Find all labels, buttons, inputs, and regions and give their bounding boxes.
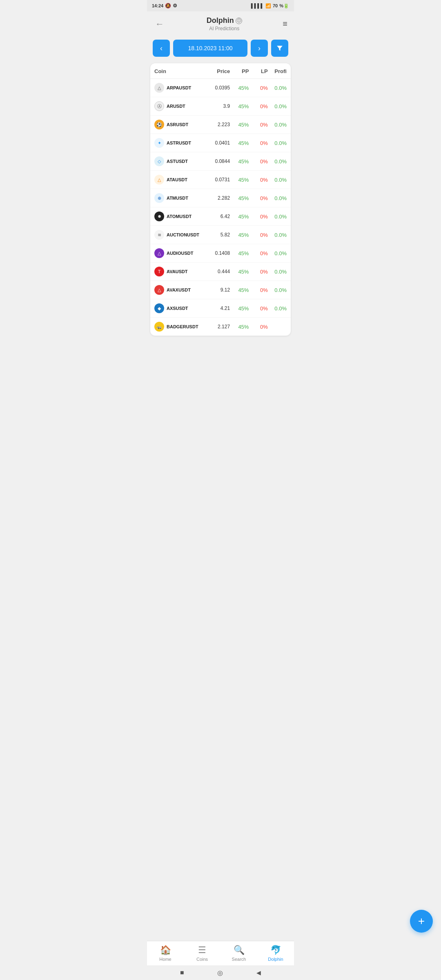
filter-button[interactable]	[271, 40, 288, 57]
profit-value: 0.0%	[268, 214, 287, 220]
pp-value: 45%	[230, 324, 249, 330]
table-row[interactable]: △ AVAXUSDT 9.12 45% 0% 0.0%	[150, 281, 291, 299]
dolphin-icon: 🐬	[270, 945, 281, 956]
coin-icon: △	[154, 175, 164, 185]
col-header-price: Price	[202, 68, 230, 74]
coin-icon: ≋	[154, 230, 164, 240]
nav-label-search: Search	[232, 957, 246, 962]
pp-value: 45%	[230, 305, 249, 312]
coin-cell: △ AVAXUSDT	[154, 285, 202, 295]
coin-name: AUCTIONUSDT	[167, 232, 199, 237]
price-value: 0.1408	[202, 250, 230, 256]
table-row[interactable]: ◆ AXSUSDT 4.21 45% 0% 0.0%	[150, 299, 291, 318]
coin-cell: ✦ ASTRUSDT	[154, 138, 202, 148]
table-row[interactable]: ◇ ASTUSDT 0.0844 45% 0% 0.0%	[150, 152, 291, 171]
price-value: 0.0844	[202, 158, 230, 164]
coin-icon: ⚽	[154, 120, 164, 129]
pp-value: 45%	[230, 287, 249, 293]
coin-name: ATMUSDT	[167, 196, 188, 200]
app-subtitle: AI Predictions	[207, 26, 242, 31]
table-row[interactable]: △ AUDIOUSDT 0.1408 45% 0% 0.0%	[150, 244, 291, 263]
table-row[interactable]: ⚽ ASRUSDT 2.223 45% 0% 0.0%	[150, 116, 291, 134]
date-navigation: ‹ 18.10.2023 11:00 ›	[147, 36, 294, 63]
back-button-android[interactable]: ◀	[256, 969, 261, 976]
col-header-coin: Coin	[154, 68, 202, 74]
coin-name: BADGERUSDT	[167, 324, 198, 329]
price-value: 3.9	[202, 103, 230, 109]
table-row[interactable]: T AVAUSDT 0.444 45% 0% 0.0%	[150, 263, 291, 281]
coin-icon: ⊕	[154, 193, 164, 203]
table-row[interactable]: △ ARPAUSDT 0.0395 45% 0% 0.0%	[150, 79, 291, 97]
lp-value: 0%	[249, 158, 267, 165]
nav-item-coins[interactable]: ☰ Coins	[184, 941, 220, 965]
lp-value: 0%	[249, 269, 267, 275]
profit-value: 0.0%	[268, 269, 287, 275]
coin-name: ATAUSDT	[167, 177, 187, 182]
pp-value: 45%	[230, 85, 249, 91]
pp-value: 45%	[230, 269, 249, 275]
home-icon: 🏠	[160, 945, 171, 956]
table-row[interactable]: Ⓐ ARUSDT 3.9 45% 0% 0.0%	[150, 97, 291, 116]
menu-button[interactable]: ≡	[283, 19, 287, 29]
table-row[interactable]: ≋ AUCTIONUSDT 5.82 45% 0% 0.0%	[150, 226, 291, 244]
lp-value: 0%	[249, 305, 267, 312]
coin-cell: ◇ ASTUSDT	[154, 156, 202, 166]
table-header: Coin Price PP LP Profi	[150, 63, 291, 79]
coins-icon: ☰	[198, 945, 206, 956]
price-value: 2.282	[202, 195, 230, 201]
coin-icon: ◆	[154, 303, 164, 313]
nav-label-home: Home	[159, 957, 171, 962]
profit-value: 0.0%	[268, 140, 287, 146]
home-button[interactable]: ◎	[217, 969, 223, 977]
col-header-profit: Profi	[268, 68, 287, 74]
coin-cell: 🦡 BADGERUSDT	[154, 322, 202, 332]
nav-item-search[interactable]: 🔍 Search	[220, 941, 257, 965]
back-button[interactable]: ←	[154, 17, 166, 31]
header-title: Dolphin ⓘ AI Predictions	[207, 16, 242, 31]
lp-value: 0%	[249, 140, 267, 146]
lp-value: 0%	[249, 85, 267, 91]
date-display[interactable]: 18.10.2023 11:00	[173, 40, 247, 57]
coin-icon: ✸	[154, 212, 164, 221]
profit-value: 0.0%	[268, 195, 287, 201]
search-icon: 🔍	[234, 945, 245, 956]
header: ← Dolphin ⓘ AI Predictions ≡	[147, 11, 294, 36]
lp-value: 0%	[249, 214, 267, 220]
col-header-pp: PP	[230, 68, 249, 74]
table-row[interactable]: △ ATAUSDT 0.0731 45% 0% 0.0%	[150, 171, 291, 189]
table-body: △ ARPAUSDT 0.0395 45% 0% 0.0% Ⓐ ARUSDT 3…	[150, 79, 291, 336]
pp-value: 45%	[230, 250, 249, 256]
pp-value: 45%	[230, 214, 249, 220]
table-row[interactable]: ✸ ATOMUSDT 6.42 45% 0% 0.0%	[150, 207, 291, 226]
price-value: 5.82	[202, 232, 230, 238]
lp-value: 0%	[249, 177, 267, 183]
table-row[interactable]: ⊕ ATMUSDT 2.282 45% 0% 0.0%	[150, 189, 291, 207]
coin-name: ATOMUSDT	[167, 214, 192, 219]
pp-value: 45%	[230, 195, 249, 201]
profit-value: 0.0%	[268, 287, 287, 293]
time: 14:24	[152, 3, 163, 8]
battery-icon: %🔋	[279, 3, 289, 9]
price-value: 0.444	[202, 269, 230, 274]
profit-value: 0.0%	[268, 232, 287, 238]
nav-item-dolphin[interactable]: 🐬 Dolphin	[257, 941, 294, 965]
coin-icon: Ⓐ	[154, 101, 164, 111]
price-value: 0.0395	[202, 85, 230, 91]
coin-icon: △	[154, 285, 164, 295]
price-value: 2.223	[202, 122, 230, 127]
table-row[interactable]: 🦡 BADGERUSDT 2.127 45% 0%	[150, 318, 291, 336]
bottom-navigation: 🏠 Home ☰ Coins 🔍 Search 🐬 Dolphin	[147, 941, 294, 965]
recents-button[interactable]: ■	[180, 969, 184, 976]
coin-icon: △	[154, 248, 164, 258]
coin-cell: △ ATAUSDT	[154, 175, 202, 185]
coin-name: AUDIOUSDT	[167, 251, 193, 256]
nav-item-home[interactable]: 🏠 Home	[147, 941, 184, 965]
table-row[interactable]: ✦ ASTRUSDT 0.0401 45% 0% 0.0%	[150, 134, 291, 152]
lp-value: 0%	[249, 195, 267, 201]
next-date-button[interactable]: ›	[251, 40, 268, 57]
nav-label-coins: Coins	[196, 957, 208, 962]
prev-date-button[interactable]: ‹	[153, 40, 170, 57]
coin-icon: ◇	[154, 156, 164, 166]
lp-value: 0%	[249, 122, 267, 128]
info-icon[interactable]: ⓘ	[236, 18, 242, 24]
